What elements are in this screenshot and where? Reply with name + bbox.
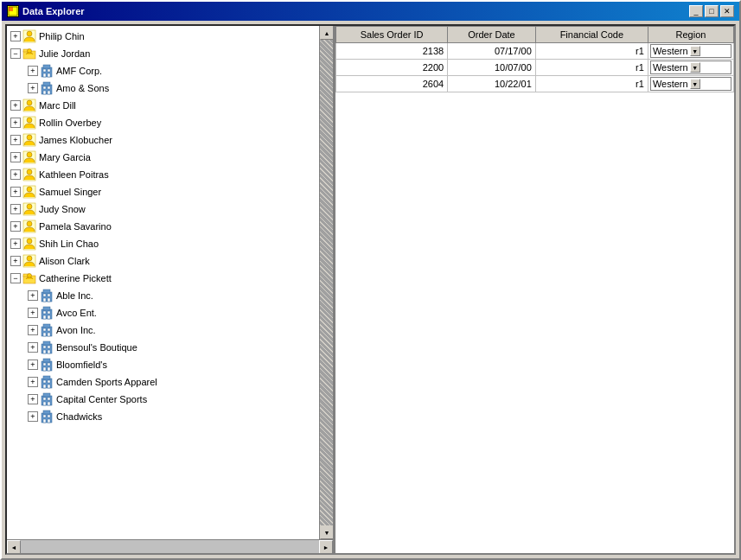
dropdown-arrow-icon[interactable]: ▼ [690, 62, 700, 73]
tree-item-bensoul-boutique[interactable]: + Bensoul's Boutique [7, 339, 319, 356]
tree-item-amo-sons[interactable]: + Amo & Sons [7, 80, 319, 97]
tree-item-pamela-savarino[interactable]: + Pamela Savarino [7, 218, 319, 235]
cell-region[interactable]: Western▼ [648, 60, 733, 76]
expand-button[interactable]: + [10, 135, 21, 145]
person-icon [22, 150, 36, 164]
dropdown-arrow-icon[interactable]: ▼ [690, 46, 700, 56]
svg-rect-51 [43, 315, 46, 319]
tree-item-able-inc[interactable]: + Able Inc. [7, 287, 319, 304]
expand-button[interactable]: + [28, 308, 38, 318]
collapse-button[interactable]: − [10, 273, 21, 283]
tree-item-marc-dill[interactable]: + Marc Dill [7, 97, 319, 114]
expand-button[interactable]: + [10, 152, 21, 162]
tree-item-james-klobucher[interactable]: + James Klobucher [7, 131, 319, 149]
h-scroll-track[interactable] [21, 540, 319, 553]
tree-item-julie-jordan[interactable]: − Julie Jordan [7, 45, 319, 62]
svg-rect-53 [43, 307, 50, 310]
tree-item-mary-garcia[interactable]: + Mary Garcia [7, 149, 319, 166]
expand-button[interactable]: + [10, 221, 21, 232]
company-icon [40, 358, 54, 372]
expand-button[interactable]: + [28, 394, 38, 404]
tree-item-samuel-singer[interactable]: + Samuel Singer [7, 183, 319, 200]
expand-button[interactable]: + [28, 66, 38, 76]
table-row[interactable]: 220010/07/00r1Western▼ [336, 60, 734, 76]
expand-button[interactable]: + [10, 204, 21, 214]
tree-item-label: Philip Chin [39, 31, 85, 41]
svg-rect-44 [48, 294, 50, 296]
cell-financial-code: r1 [535, 76, 648, 92]
expand-button[interactable]: + [28, 360, 38, 370]
dropdown-arrow-icon[interactable]: ▼ [690, 79, 700, 89]
window-content: + Philip Chin− Julie Jordan+ AMF Corp.+ [5, 24, 736, 555]
table-row[interactable]: 213807/17/00r1Western▼ [336, 43, 734, 60]
title-bar: Data Explorer _ □ ✕ [2, 2, 739, 21]
svg-rect-74 [48, 380, 50, 383]
expand-button[interactable]: + [28, 342, 38, 353]
svg-rect-68 [48, 363, 50, 366]
scroll-up-button[interactable]: ▲ [320, 26, 333, 40]
expand-button[interactable]: + [28, 290, 38, 301]
expand-button[interactable]: + [28, 325, 38, 335]
table-row[interactable]: 260410/22/01r1Western▼ [336, 76, 734, 92]
svg-rect-75 [43, 385, 46, 388]
expand-button[interactable]: + [10, 100, 21, 111]
expand-button[interactable]: + [10, 118, 21, 128]
maximize-button[interactable]: □ [705, 5, 719, 17]
tree-item-alison-clark[interactable]: + Alison Clark [7, 252, 319, 270]
collapse-button[interactable]: − [10, 48, 21, 59]
tree-item-label: Kathleen Poitras [39, 169, 109, 180]
cell-region[interactable]: Western▼ [648, 43, 733, 60]
scroll-right-button[interactable]: ► [319, 540, 333, 553]
expand-button[interactable]: + [28, 83, 38, 93]
minimize-button[interactable]: _ [689, 5, 703, 17]
vertical-scrollbar[interactable]: ▲ ▼ [319, 26, 333, 539]
cell-sales-order-id: 2604 [336, 76, 448, 92]
close-button[interactable]: ✕ [720, 5, 734, 17]
region-value: Western [653, 46, 688, 56]
tree-item-kathleen-poitras[interactable]: + Kathleen Poitras [7, 166, 319, 183]
svg-rect-86 [48, 415, 50, 417]
tree-item-label: Catherine Pickett [39, 273, 112, 283]
horizontal-scrollbar-left[interactable]: ◄ ► [7, 539, 333, 553]
tree-item-philip-chin[interactable]: + Philip Chin [7, 28, 319, 45]
tree-item-label: Camden Sports Apparel [56, 377, 157, 387]
region-dropdown[interactable]: Western▼ [650, 77, 731, 91]
region-dropdown[interactable]: Western▼ [650, 44, 731, 58]
cell-financial-code: r1 [535, 43, 648, 60]
cell-order-date: 10/22/01 [448, 76, 536, 92]
svg-rect-88 [48, 419, 50, 423]
tree-item-catherine-pickett[interactable]: − Catherine Pickett [7, 270, 319, 287]
tree-item-judy-snow[interactable]: + Judy Snow [7, 200, 319, 218]
cell-region[interactable]: Western▼ [648, 76, 733, 92]
scroll-left-button[interactable]: ◄ [7, 540, 21, 553]
expand-button[interactable]: + [28, 411, 38, 422]
tree-item-avon-inc[interactable]: + Avon Inc. [7, 321, 319, 339]
svg-rect-11 [48, 73, 50, 77]
tree-item-label: Mary Garcia [39, 152, 91, 162]
expand-button[interactable]: + [10, 31, 21, 41]
expand-button[interactable]: + [10, 169, 21, 180]
expand-button[interactable]: + [10, 256, 21, 266]
tree-item-rollin-overbey[interactable]: + Rollin Overbey [7, 114, 319, 131]
tree-item-avco-ent[interactable]: + Avco Ent. [7, 304, 319, 321]
svg-rect-59 [43, 324, 50, 328]
tree-item-chadwicks[interactable]: + Chadwicks [7, 408, 319, 425]
svg-rect-58 [48, 333, 50, 336]
window-title: Data Explorer [22, 6, 85, 16]
expand-button[interactable]: + [10, 239, 21, 249]
tree-item-amf-corp[interactable]: + AMF Corp. [7, 62, 319, 80]
tree-item-label: Amo & Sons [56, 83, 109, 93]
expand-button[interactable]: + [28, 377, 38, 387]
region-value: Western [653, 79, 688, 89]
tree-item-bloomfields[interactable]: + Bloomfield's [7, 356, 319, 373]
tree-item-shih-lin-chao[interactable]: + Shih Lin Chao [7, 235, 319, 252]
scroll-track[interactable] [320, 40, 333, 525]
company-icon [40, 64, 54, 78]
scroll-down-button[interactable]: ▼ [320, 525, 333, 539]
svg-rect-50 [48, 311, 50, 314]
tree-item-camden-sports[interactable]: + Camden Sports Apparel [7, 373, 319, 391]
region-dropdown[interactable]: Western▼ [650, 60, 731, 74]
expand-button[interactable]: + [10, 187, 21, 197]
svg-point-30 [27, 187, 32, 192]
tree-item-capital-center[interactable]: + Capital Center Sports [7, 391, 319, 408]
